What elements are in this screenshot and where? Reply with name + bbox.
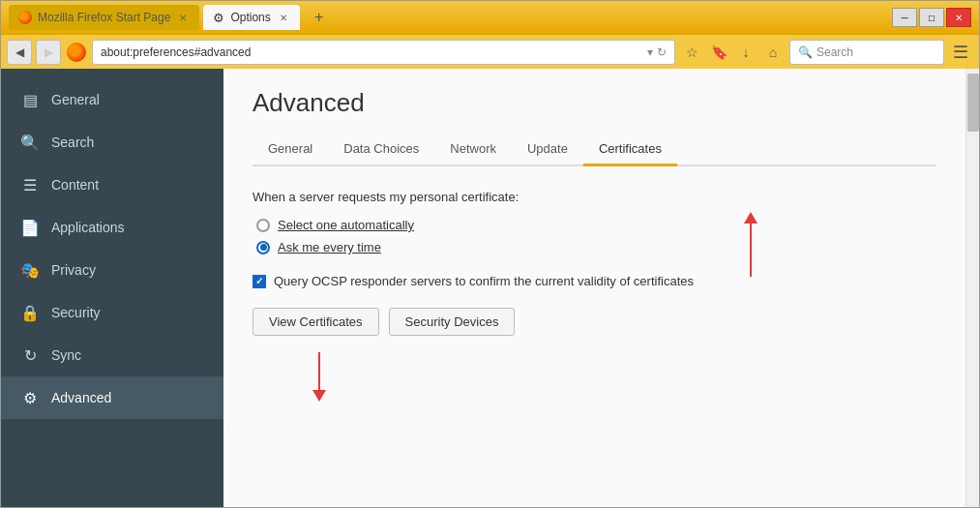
content-icon: ☰ xyxy=(20,175,40,194)
applications-icon: 📄 xyxy=(20,218,40,237)
sidebar-item-security[interactable]: 🔒 Security xyxy=(1,291,223,334)
page-title: Advanced xyxy=(252,88,936,118)
general-icon: ▤ xyxy=(20,90,40,109)
sidebar-item-content[interactable]: ☰ Content xyxy=(1,164,223,206)
sidebar-item-sync[interactable]: ↻ Sync xyxy=(1,334,223,376)
nav-bar: ◀ ▶ about:preferences#advanced ▾ ↻ ☆ 🔖 ↓… xyxy=(1,34,979,69)
radio-circle-ask xyxy=(256,241,270,254)
scroll-thumb[interactable] xyxy=(967,74,979,132)
radio-dot-ask xyxy=(260,244,267,251)
radio-select-auto[interactable]: Select one automatically xyxy=(256,218,936,232)
sidebar-item-label: Advanced xyxy=(51,390,111,405)
sidebar-item-label: Privacy xyxy=(51,262,96,278)
sidebar-item-label: Security xyxy=(51,305,101,320)
advanced-tabs: General Data Choices Network Update Cert… xyxy=(252,134,936,166)
radio-ask-every-time[interactable]: Ask me every time xyxy=(256,240,936,254)
back-button[interactable]: ◀ xyxy=(7,40,32,65)
search-placeholder: Search xyxy=(817,45,853,59)
advanced-icon: ⚙ xyxy=(20,388,40,407)
ocsp-checkbox-row[interactable]: ✓ Query OCSP responder servers to confir… xyxy=(252,274,936,288)
firefox-logo xyxy=(67,43,86,62)
dropdown-icon: ▾ xyxy=(647,45,653,59)
tab-close-2[interactable]: ✕ xyxy=(277,11,290,24)
tab-network[interactable]: Network xyxy=(434,134,512,166)
radio-group: Select one automatically Ask me every ti… xyxy=(256,218,936,254)
title-bar: Mozilla Firefox Start Page ✕ ⚙ Options ✕… xyxy=(1,1,979,34)
sidebar-item-advanced[interactable]: ⚙ Advanced xyxy=(1,376,223,419)
forward-button[interactable]: ▶ xyxy=(36,40,61,65)
sidebar-item-label: General xyxy=(51,92,100,107)
content-area: Advanced General Data Choices Network Up… xyxy=(223,69,965,507)
security-devices-button[interactable]: Security Devices xyxy=(389,308,516,336)
download-icon[interactable]: ↓ xyxy=(733,40,758,65)
toolbar-icons: ☆ 🔖 ↓ ⌂ xyxy=(679,40,786,65)
radio-label-ask: Ask me every time xyxy=(278,240,381,254)
view-certificates-button[interactable]: View Certificates xyxy=(252,308,379,336)
maximize-button[interactable]: □ xyxy=(919,8,944,27)
checkmark-icon: ✓ xyxy=(255,276,263,286)
address-text: about:preferences#advanced xyxy=(101,45,643,59)
tab-options-label: Options xyxy=(230,11,270,24)
firefox-icon xyxy=(18,11,32,24)
security-icon: 🔒 xyxy=(20,303,40,322)
tab-arrow-line xyxy=(750,224,752,277)
sidebar-item-applications[interactable]: 📄 Applications xyxy=(1,206,223,249)
sidebar: ▤ General 🔍 Search ☰ Content 📄 Applicati… xyxy=(1,69,223,507)
sidebar-item-privacy[interactable]: 🎭 Privacy xyxy=(1,249,223,291)
tab-certificates[interactable]: Certificates xyxy=(583,134,677,166)
tab-close-1[interactable]: ✕ xyxy=(176,11,190,24)
certificates-section: When a server requests my personal certi… xyxy=(252,190,936,336)
tab-data-choices[interactable]: Data Choices xyxy=(328,134,434,166)
bookmark-star-icon[interactable]: ☆ xyxy=(679,40,704,65)
privacy-icon: 🎭 xyxy=(20,260,40,280)
main-area: ▤ General 🔍 Search ☰ Content 📄 Applicati… xyxy=(1,69,979,507)
ocsp-label: Query OCSP responder servers to confirm … xyxy=(274,274,694,288)
window-controls: ─ □ ✕ xyxy=(892,8,971,27)
close-button[interactable]: ✕ xyxy=(946,8,971,27)
address-bar[interactable]: about:preferences#advanced ▾ ↻ xyxy=(92,40,675,65)
browser-window: Mozilla Firefox Start Page ✕ ⚙ Options ✕… xyxy=(0,0,980,508)
arrow-head xyxy=(312,390,326,402)
ocsp-checkbox[interactable]: ✓ xyxy=(252,275,266,288)
tab-firefox-start[interactable]: Mozilla Firefox Start Page ✕ xyxy=(9,5,199,30)
sidebar-item-label: Sync xyxy=(51,347,81,363)
radio-circle-auto xyxy=(256,219,270,232)
search-box[interactable]: 🔍 Search xyxy=(789,40,944,65)
bookmarks-list-icon[interactable]: 🔖 xyxy=(706,40,731,65)
section-title: When a server requests my personal certi… xyxy=(252,190,936,204)
minimize-button[interactable]: ─ xyxy=(892,8,917,27)
tab-options[interactable]: ⚙ Options ✕ xyxy=(203,5,299,30)
tab-firefox-label: Mozilla Firefox Start Page xyxy=(38,11,170,24)
menu-icon[interactable]: ☰ xyxy=(948,40,973,65)
scrollbar[interactable] xyxy=(965,69,979,507)
sidebar-item-label: Content xyxy=(51,177,99,193)
tab-update[interactable]: Update xyxy=(512,134,583,166)
search-magnifier-icon: 🔍 xyxy=(798,45,813,59)
tab-arrow-annotation xyxy=(744,212,757,277)
sidebar-item-general[interactable]: ▤ General xyxy=(1,78,223,121)
button-row: View Certificates Security Devices xyxy=(252,308,936,336)
new-tab-button[interactable]: + xyxy=(308,6,331,29)
address-icons: ▾ ↻ xyxy=(647,45,667,59)
gear-icon: ⚙ xyxy=(213,11,224,25)
radio-label-auto: Select one automatically xyxy=(278,218,414,232)
tab-general[interactable]: General xyxy=(252,134,328,166)
sync-icon: ↻ xyxy=(20,345,40,365)
tab-arrow-head xyxy=(744,212,757,224)
home-icon[interactable]: ⌂ xyxy=(760,40,786,65)
sidebar-item-label: Applications xyxy=(51,220,125,235)
view-cert-arrow-annotation xyxy=(312,352,326,402)
search-icon: 🔍 xyxy=(20,133,40,152)
sidebar-item-search[interactable]: 🔍 Search xyxy=(1,121,223,164)
reload-icon[interactable]: ↻ xyxy=(657,45,667,59)
arrow-line xyxy=(318,352,320,391)
sidebar-item-label: Search xyxy=(51,134,94,150)
